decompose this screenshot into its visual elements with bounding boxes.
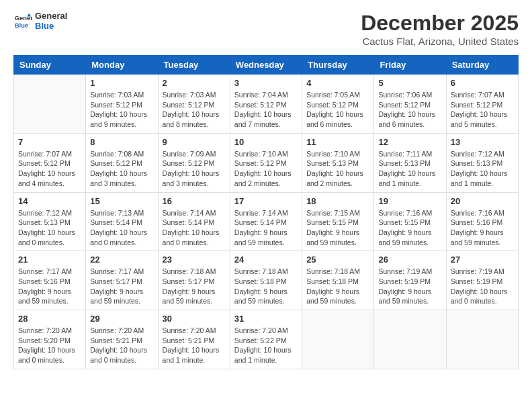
day-number: 26 — [378, 255, 441, 265]
day-info: Sunrise: 7:11 AM Sunset: 5:13 PM Dayligh… — [378, 149, 441, 189]
day-number: 8 — [90, 137, 153, 147]
calendar-cell: 3Sunrise: 7:04 AM Sunset: 5:12 PM Daylig… — [230, 75, 302, 134]
day-number: 3 — [234, 78, 298, 88]
calendar-cell: 12Sunrise: 7:11 AM Sunset: 5:13 PM Dayli… — [374, 133, 446, 192]
calendar-cell: 20Sunrise: 7:16 AM Sunset: 5:16 PM Dayli… — [446, 192, 518, 251]
week-row-3: 21Sunrise: 7:17 AM Sunset: 5:16 PM Dayli… — [14, 251, 519, 310]
day-info: Sunrise: 7:17 AM Sunset: 5:17 PM Dayligh… — [90, 267, 153, 306]
day-number: 24 — [234, 255, 298, 265]
day-number: 20 — [451, 196, 514, 206]
day-number: 9 — [163, 137, 226, 147]
day-info: Sunrise: 7:07 AM Sunset: 5:12 PM Dayligh… — [451, 90, 514, 130]
day-info: Sunrise: 7:07 AM Sunset: 5:12 PM Dayligh… — [18, 149, 81, 189]
day-number: 23 — [163, 255, 226, 265]
day-info: Sunrise: 7:03 AM Sunset: 5:12 PM Dayligh… — [90, 90, 153, 130]
day-info: Sunrise: 7:20 AM Sunset: 5:21 PM Dayligh… — [90, 326, 153, 365]
day-info: Sunrise: 7:14 AM Sunset: 5:14 PM Dayligh… — [234, 208, 298, 248]
day-info: Sunrise: 7:18 AM Sunset: 5:18 PM Dayligh… — [306, 267, 369, 306]
day-number: 19 — [378, 196, 441, 206]
title-block: December 2025 Cactus Flat, Arizona, Unit… — [361, 11, 519, 47]
day-number: 30 — [163, 314, 226, 324]
day-header-saturday: Saturday — [446, 56, 518, 75]
calendar-cell: 26Sunrise: 7:19 AM Sunset: 5:19 PM Dayli… — [374, 251, 446, 310]
day-number: 18 — [306, 196, 369, 206]
logo: General Blue General Blue — [13, 11, 67, 31]
day-number: 27 — [451, 255, 514, 265]
calendar-cell: 23Sunrise: 7:18 AM Sunset: 5:17 PM Dayli… — [158, 251, 230, 310]
day-number: 25 — [306, 255, 369, 265]
day-info: Sunrise: 7:13 AM Sunset: 5:14 PM Dayligh… — [90, 208, 153, 248]
day-info: Sunrise: 7:06 AM Sunset: 5:12 PM Dayligh… — [378, 90, 441, 130]
day-number: 1 — [90, 78, 153, 88]
day-info: Sunrise: 7:12 AM Sunset: 5:13 PM Dayligh… — [451, 149, 514, 189]
calendar-cell: 9Sunrise: 7:09 AM Sunset: 5:12 PM Daylig… — [158, 133, 230, 192]
month-title: December 2025 — [361, 11, 519, 36]
calendar-cell — [14, 75, 86, 134]
calendar-cell: 2Sunrise: 7:03 AM Sunset: 5:12 PM Daylig… — [158, 75, 230, 134]
calendar-cell: 24Sunrise: 7:18 AM Sunset: 5:18 PM Dayli… — [230, 251, 302, 310]
day-header-wednesday: Wednesday — [230, 56, 302, 75]
logo-text: General Blue — [35, 11, 67, 31]
day-info: Sunrise: 7:20 AM Sunset: 5:22 PM Dayligh… — [234, 326, 298, 365]
day-number: 17 — [234, 196, 298, 206]
calendar-cell: 19Sunrise: 7:16 AM Sunset: 5:15 PM Dayli… — [374, 192, 446, 251]
week-row-4: 28Sunrise: 7:20 AM Sunset: 5:20 PM Dayli… — [14, 310, 519, 369]
location: Cactus Flat, Arizona, United States — [361, 36, 519, 47]
day-info: Sunrise: 7:18 AM Sunset: 5:17 PM Dayligh… — [163, 267, 226, 306]
calendar-cell: 16Sunrise: 7:14 AM Sunset: 5:14 PM Dayli… — [158, 192, 230, 251]
calendar-cell — [374, 310, 446, 369]
day-number: 2 — [163, 78, 226, 88]
calendar-cell: 10Sunrise: 7:10 AM Sunset: 5:12 PM Dayli… — [230, 133, 302, 192]
day-header-thursday: Thursday — [302, 56, 374, 75]
day-number: 21 — [18, 255, 81, 265]
day-info: Sunrise: 7:18 AM Sunset: 5:18 PM Dayligh… — [234, 267, 298, 306]
day-number: 4 — [306, 78, 369, 88]
day-number: 31 — [234, 314, 298, 324]
calendar-cell: 15Sunrise: 7:13 AM Sunset: 5:14 PM Dayli… — [86, 192, 158, 251]
calendar-cell: 27Sunrise: 7:19 AM Sunset: 5:19 PM Dayli… — [446, 251, 518, 310]
day-header-monday: Monday — [86, 56, 158, 75]
day-number: 11 — [306, 137, 369, 147]
day-header-friday: Friday — [374, 56, 446, 75]
day-number: 28 — [18, 314, 81, 324]
day-info: Sunrise: 7:16 AM Sunset: 5:16 PM Dayligh… — [451, 208, 514, 248]
day-info: Sunrise: 7:19 AM Sunset: 5:19 PM Dayligh… — [451, 267, 514, 306]
calendar-cell: 11Sunrise: 7:10 AM Sunset: 5:13 PM Dayli… — [302, 133, 374, 192]
day-number: 7 — [18, 137, 81, 147]
day-info: Sunrise: 7:15 AM Sunset: 5:15 PM Dayligh… — [306, 208, 369, 248]
day-info: Sunrise: 7:19 AM Sunset: 5:19 PM Dayligh… — [378, 267, 441, 306]
calendar-cell: 21Sunrise: 7:17 AM Sunset: 5:16 PM Dayli… — [14, 251, 86, 310]
day-info: Sunrise: 7:12 AM Sunset: 5:13 PM Dayligh… — [18, 208, 81, 248]
calendar-table: SundayMondayTuesdayWednesdayThursdayFrid… — [13, 55, 519, 369]
day-number: 22 — [90, 255, 153, 265]
day-info: Sunrise: 7:10 AM Sunset: 5:12 PM Dayligh… — [234, 149, 298, 189]
day-info: Sunrise: 7:14 AM Sunset: 5:14 PM Dayligh… — [163, 208, 226, 248]
logo-blue: Blue — [35, 21, 67, 31]
day-info: Sunrise: 7:09 AM Sunset: 5:12 PM Dayligh… — [163, 149, 226, 189]
day-info: Sunrise: 7:08 AM Sunset: 5:12 PM Dayligh… — [90, 149, 153, 189]
calendar-cell: 5Sunrise: 7:06 AM Sunset: 5:12 PM Daylig… — [374, 75, 446, 134]
logo-general: General — [35, 11, 67, 21]
day-number: 15 — [90, 196, 153, 206]
day-info: Sunrise: 7:10 AM Sunset: 5:13 PM Dayligh… — [306, 149, 369, 189]
day-number: 10 — [234, 137, 298, 147]
calendar-cell: 13Sunrise: 7:12 AM Sunset: 5:13 PM Dayli… — [446, 133, 518, 192]
day-number: 5 — [378, 78, 441, 88]
logo-icon: General Blue — [13, 11, 32, 30]
day-info: Sunrise: 7:03 AM Sunset: 5:12 PM Dayligh… — [163, 90, 226, 130]
calendar-cell: 1Sunrise: 7:03 AM Sunset: 5:12 PM Daylig… — [86, 75, 158, 134]
calendar-cell: 28Sunrise: 7:20 AM Sunset: 5:20 PM Dayli… — [14, 310, 86, 369]
calendar-cell: 18Sunrise: 7:15 AM Sunset: 5:15 PM Dayli… — [302, 192, 374, 251]
calendar-cell: 4Sunrise: 7:05 AM Sunset: 5:12 PM Daylig… — [302, 75, 374, 134]
week-row-0: 1Sunrise: 7:03 AM Sunset: 5:12 PM Daylig… — [14, 75, 519, 134]
week-row-2: 14Sunrise: 7:12 AM Sunset: 5:13 PM Dayli… — [14, 192, 519, 251]
calendar-cell: 31Sunrise: 7:20 AM Sunset: 5:22 PM Dayli… — [230, 310, 302, 369]
calendar-cell: 30Sunrise: 7:20 AM Sunset: 5:21 PM Dayli… — [158, 310, 230, 369]
day-number: 13 — [451, 137, 514, 147]
day-number: 12 — [378, 137, 441, 147]
page-header: General Blue General Blue December 2025 … — [13, 11, 519, 47]
calendar-cell: 25Sunrise: 7:18 AM Sunset: 5:18 PM Dayli… — [302, 251, 374, 310]
day-info: Sunrise: 7:05 AM Sunset: 5:12 PM Dayligh… — [306, 90, 369, 130]
day-info: Sunrise: 7:17 AM Sunset: 5:16 PM Dayligh… — [18, 267, 81, 306]
day-header-tuesday: Tuesday — [158, 56, 230, 75]
